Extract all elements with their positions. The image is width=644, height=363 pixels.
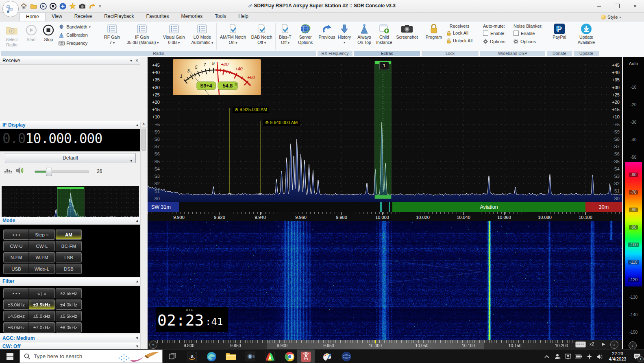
mode-button-cw-l[interactable]: CW-L <box>29 241 55 251</box>
tray-notifications-icon[interactable]: 1 <box>630 350 644 363</box>
folder-icon[interactable] <box>30 3 37 9</box>
filter-button-±8.0khz[interactable]: ±8.0kHz <box>56 322 82 332</box>
filter-button-±3.0khz[interactable]: ±3.0kHz <box>3 300 29 310</box>
agc-header[interactable]: AGC: Medium ▾ <box>0 335 140 342</box>
filter-button-±5.0khz[interactable]: ±5.0kHz <box>29 311 55 321</box>
scrollbar-up-arrow[interactable]: ▲ <box>141 122 147 128</box>
app-menu-button[interactable] <box>2 1 19 17</box>
calibration-button[interactable]: Calibration <box>59 32 98 38</box>
child-instance-button[interactable]: ChildInstance <box>374 22 394 50</box>
collapse-icon[interactable]: ▴ <box>136 278 138 285</box>
filter-button-±2.5khz[interactable]: ±2.5kHz <box>56 288 82 298</box>
frequency-button[interactable]: Frequency <box>59 40 98 46</box>
mode-button-usb[interactable]: USB <box>3 264 29 274</box>
equalizer-icon[interactable] <box>4 166 12 175</box>
expand-icon[interactable]: ▾ <box>136 335 138 342</box>
filter-header[interactable]: Filter ▴ <box>0 278 140 285</box>
bias-t-button[interactable]: Bias-T Off ▾ <box>276 22 295 50</box>
style-button[interactable]: Style▾ <box>601 13 621 21</box>
nav-left-button[interactable]: « <box>149 341 157 349</box>
lock-all-button[interactable]: Lock All <box>446 30 472 36</box>
filter-button-±5.5khz[interactable]: ±5.5kHz <box>56 311 82 321</box>
tray-cast-icon[interactable] <box>563 350 573 363</box>
filter-button-±3.5khz[interactable]: ±3.5kHz <box>29 300 55 310</box>
panel-close-icon[interactable]: × <box>135 57 138 64</box>
mode-button-step-[interactable]: Step ≡ <box>29 230 55 240</box>
if-display-header[interactable]: IF Display ▴ <box>0 121 140 129</box>
if-gain-button[interactable]: IF Gain -35 dB (Manual) ▾ <box>124 22 159 50</box>
tab-receive[interactable]: Receive <box>68 12 98 21</box>
history-button[interactable]: History ▾ <box>336 22 352 50</box>
panel-dropdown-icon[interactable]: ▾ <box>130 57 132 64</box>
taskbar-paint3d-icon[interactable] <box>317 350 337 363</box>
visual-gain-button[interactable]: Visual Gain 0 dB ▾ <box>159 22 189 50</box>
scrollbar-thumb[interactable] <box>141 129 146 151</box>
taskbar-clock[interactable]: 22:23 4/4/2023 <box>605 351 630 362</box>
program-lock-button[interactable]: Program <box>424 22 444 50</box>
always-on-top-button[interactable]: AlwaysOn Top <box>355 22 374 50</box>
auto-mute-enable-checkbox[interactable]: Enable <box>483 30 512 37</box>
tab-home[interactable]: Home <box>20 12 46 21</box>
tab-memories[interactable]: Memories <box>175 12 209 21</box>
taskbar-chrome-icon[interactable] <box>280 350 299 363</box>
mode-button-dsb[interactable]: DSB <box>56 264 82 274</box>
filter-button-±4.5khz[interactable]: ±4.5kHz <box>3 311 29 321</box>
waterfall-speed-button[interactable]: ↕ <box>629 341 637 350</box>
search-input[interactable]: Type here to search <box>20 350 163 363</box>
frequency-digits[interactable]: 0.010.000.000 <box>2 131 102 147</box>
favourite-star-icon[interactable] <box>69 3 76 9</box>
paypal-button[interactable]: PP PayPal <box>548 22 571 50</box>
filter-button--[interactable]: « | » <box>29 288 55 298</box>
volume-slider-thumb[interactable] <box>46 168 52 176</box>
taskbar-camera-app-icon[interactable] <box>241 350 260 363</box>
taskbar-edge-icon[interactable] <box>202 350 221 363</box>
filter-button-±7.0khz[interactable]: ±7.0kHz <box>29 322 55 332</box>
taskbar-amazon-icon[interactable]: a <box>182 350 202 363</box>
mode-button-n-fm[interactable]: N-FM <box>3 252 29 262</box>
panel-scrollbar[interactable]: ▲ <box>140 122 147 363</box>
record-icon[interactable] <box>50 3 57 10</box>
previous-button[interactable]: Previous <box>318 22 336 50</box>
marker-close-icon[interactable]: ⊗ <box>265 120 269 125</box>
collapse-icon[interactable]: ▴ <box>136 121 138 129</box>
marker-label[interactable]: ⊗ 9.940.000 AM <box>263 120 300 126</box>
home-icon[interactable] <box>20 3 27 9</box>
tray-battery-icon[interactable] <box>573 350 584 363</box>
speaker-icon[interactable] <box>15 166 24 175</box>
mode-button-w-fm[interactable]: W-FM <box>29 252 55 262</box>
tab-view[interactable]: View <box>46 12 68 21</box>
close-button[interactable]: × <box>626 0 644 12</box>
receive-panel-header[interactable]: Receive ▾× <box>0 57 140 65</box>
mode-header[interactable]: Mode ▴ <box>0 217 140 225</box>
band-segment-30m[interactable]: 30m <box>585 202 622 212</box>
mode-button-am[interactable]: AM <box>56 230 82 240</box>
tray-volume-icon[interactable] <box>594 350 605 363</box>
tray-expand-chevron[interactable] <box>542 350 552 363</box>
minimize-button[interactable] <box>590 0 608 12</box>
band-segment-sw-31m[interactable]: SW 31m <box>148 202 179 212</box>
start-button[interactable] <box>0 350 20 363</box>
collapse-icon[interactable]: ▴ <box>136 217 138 224</box>
start-button[interactable]: Start <box>23 22 40 50</box>
mode-button-lsb[interactable]: LSB <box>56 252 82 262</box>
server-options-button[interactable]: Server Options <box>294 22 316 50</box>
update-available-button[interactable]: UpdateAvailable <box>574 22 598 50</box>
tab-help[interactable]: Help <box>232 12 255 21</box>
dab-notch-button[interactable]: DAB Notch Off ▾ <box>249 22 275 50</box>
rf-gain-button[interactable]: RF Gain 7 ▾ <box>100 22 125 50</box>
tray-people-icon[interactable] <box>552 350 563 363</box>
maximize-button[interactable] <box>608 0 626 12</box>
taskbar-photos-app-icon[interactable] <box>260 350 280 363</box>
mode-button--[interactable]: • • • <box>3 230 29 240</box>
volume-slider[interactable] <box>35 171 89 173</box>
preset-dropdown[interactable]: Default▾ <box>5 153 136 163</box>
zoom-level-label[interactable]: x2 <box>590 341 594 346</box>
marker-close-icon[interactable]: ⊗ <box>235 107 238 112</box>
spectrum-frequency-scale[interactable]: 9.9009.9209.9409.9609.98010.00010.02010.… <box>148 212 622 221</box>
frequency-navigator-bar[interactable]: « x2 ▶ » 9.8009.8509.9009.95010.00010.05… <box>148 340 622 349</box>
play-icon[interactable] <box>40 3 47 10</box>
undo-icon[interactable] <box>89 3 96 9</box>
filter-button-±4.0khz[interactable]: ±4.0kHz <box>56 300 82 310</box>
band-segment-aviation[interactable]: Aviation <box>392 202 585 212</box>
auto-mute-options-button[interactable]: Options <box>483 38 512 45</box>
